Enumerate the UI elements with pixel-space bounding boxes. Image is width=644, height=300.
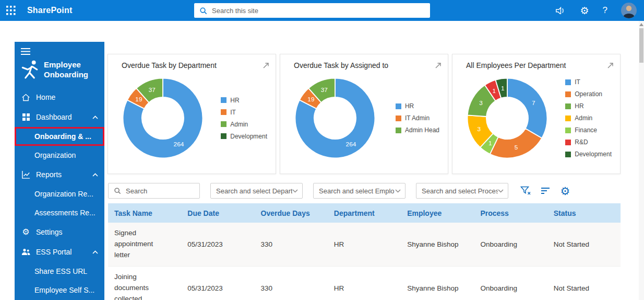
column-header-department[interactable]: Department	[328, 209, 401, 217]
donut-chart: 2641937	[115, 71, 210, 166]
legend-item-it[interactable]: IT	[565, 78, 612, 86]
cell-overdue-days: 330	[255, 279, 328, 297]
chart-card-overdue-by-department: Overdue Task by Department 2641937 HRITA…	[108, 54, 276, 174]
legend-swatch-icon	[565, 79, 571, 85]
chevron-down-icon	[498, 189, 504, 193]
legend-label: IT Admin	[405, 114, 430, 122]
employee-filter-dropdown[interactable]: Search and select Emplo	[313, 183, 406, 199]
cell-due-date: 05/31/2023	[181, 279, 254, 297]
column-header-employee[interactable]: Employee	[401, 209, 474, 217]
sidebar-item-home[interactable]: Home	[15, 87, 104, 107]
sidebar-item-share-ess-url[interactable]: Share ESS URL	[15, 262, 104, 281]
sidebar-item-organization[interactable]: Organization	[15, 146, 104, 165]
legend-label: IT	[230, 109, 236, 116]
site-search-input[interactable]	[212, 7, 425, 15]
legend-label: Finance	[575, 126, 597, 134]
legend-item-it[interactable]: IT	[221, 109, 267, 116]
sidebar-item-onboarding[interactable]: Onboarding & ...	[15, 127, 104, 146]
legend-item-finance[interactable]: Finance	[565, 126, 612, 134]
sidebar-item-assessments-report[interactable]: Assessments Re...	[15, 203, 104, 222]
legend-label: Admin	[230, 121, 248, 128]
user-avatar[interactable]	[621, 3, 637, 18]
app-logo[interactable]: Employee Onboarding	[15, 55, 104, 81]
table-toolbar: Search and select Depart Search and sele…	[108, 183, 621, 199]
table-header-row: Task Name Due Date Overdue Days Departme…	[108, 203, 621, 223]
page-scrollbar[interactable]	[639, 21, 644, 300]
legend-label: Development	[230, 133, 267, 140]
legend-label: HR	[575, 102, 583, 110]
sidebar-item-label: ESS Portal	[36, 248, 71, 256]
expand-icon[interactable]	[435, 61, 442, 69]
legend-item-r-d[interactable]: R&D	[565, 139, 612, 146]
sharepoint-brand[interactable]: SharePoint	[27, 6, 72, 15]
donut-value-label: 264	[346, 141, 356, 148]
legend-item-operation[interactable]: Operation	[565, 90, 612, 98]
legend-item-development[interactable]: Development	[221, 133, 267, 140]
column-header-due-date[interactable]: Due Date	[181, 209, 254, 217]
app-launcher-button[interactable]	[0, 0, 22, 21]
sidebar-item-label: Organization Re...	[34, 190, 93, 198]
sidebar-item-settings[interactable]: ⚙ Settings	[15, 222, 104, 242]
sidebar-item-label: Employee Self S...	[34, 286, 94, 294]
table-search-box[interactable]	[108, 183, 200, 199]
chart-cards-row: Overdue Task by Department 2641937 HRITA…	[108, 54, 621, 174]
expand-icon[interactable]	[607, 61, 614, 69]
department-filter-dropdown[interactable]: Search and select Depart	[210, 183, 303, 199]
legend-item-admin[interactable]: Admin	[221, 121, 267, 128]
sidebar-item-employee-self-service[interactable]: Employee Self S...	[15, 281, 104, 299]
sidebar-item-ess-portal[interactable]: ESS Portal	[15, 242, 104, 262]
sidebar-item-organization-report[interactable]: Organization Re...	[15, 184, 104, 203]
table-row[interactable]: Signed appointment letter 05/31/2023 330…	[108, 223, 621, 267]
site-search-box[interactable]	[194, 3, 430, 18]
sidebar-menu: Home Dashboard Onboarding & ... Organiza…	[15, 87, 104, 299]
column-header-status[interactable]: Status	[547, 209, 621, 217]
hamburger-icon	[21, 48, 30, 55]
clear-filter-button[interactable]	[518, 183, 533, 199]
column-header-overdue-days[interactable]: Overdue Days	[255, 209, 328, 217]
column-header-task-name[interactable]: Task Name	[108, 209, 181, 217]
legend-label: Admin	[575, 114, 592, 122]
process-filter-dropdown[interactable]: Search and select Proces	[416, 183, 508, 199]
sidebar-item-label: Organization	[34, 151, 76, 159]
cell-due-date: 05/31/2023	[181, 235, 254, 253]
sidebar-item-label: Home	[36, 93, 55, 101]
settings-button[interactable]: ⚙	[580, 6, 589, 16]
table-row[interactable]: Joining documents collected 05/31/2023 3…	[108, 267, 621, 300]
app-title: Employee Onboarding	[44, 60, 88, 80]
legend-swatch-icon	[221, 133, 226, 139]
scrollbar-up-arrow[interactable]	[639, 23, 643, 26]
legend-item-development[interactable]: Development	[565, 151, 612, 158]
help-button[interactable]: ?	[603, 5, 607, 16]
legend-label: IT	[575, 78, 580, 86]
column-header-process[interactable]: Process	[474, 209, 547, 217]
scrollbar-thumb[interactable]	[639, 28, 643, 63]
chart-title: All Employees Per Department	[466, 61, 566, 70]
legend-item-admin-head[interactable]: Admin Head	[396, 126, 439, 134]
legend-item-hr[interactable]: HR	[221, 97, 267, 104]
donut-value-label: 3	[477, 125, 481, 133]
legend-item-hr[interactable]: HR	[396, 102, 439, 110]
sidebar-item-reports[interactable]: Reports	[15, 165, 104, 184]
legend-item-admin[interactable]: Admin	[565, 114, 612, 122]
legend-swatch-icon	[565, 116, 571, 121]
legend-item-hr[interactable]: HR	[565, 102, 612, 110]
sidebar-item-label: Settings	[36, 228, 63, 236]
search-icon	[114, 187, 121, 194]
legend-label: HR	[230, 97, 239, 104]
donut-value-label: 5	[515, 144, 518, 151]
sidebar-item-label: Share ESS URL	[34, 267, 87, 275]
expand-icon[interactable]	[263, 61, 269, 69]
table-search-input[interactable]	[126, 187, 194, 195]
legend-label: Development	[575, 151, 612, 158]
announcement-button[interactable]	[555, 5, 566, 16]
table-settings-button[interactable]: ⚙	[557, 183, 573, 199]
donut-value-label: 19	[307, 96, 315, 103]
donut-chart: 7513311	[460, 71, 555, 166]
legend-swatch-icon	[396, 128, 401, 133]
sidebar-item-dashboard[interactable]: Dashboard	[15, 107, 104, 127]
cell-process: Onboarding	[474, 235, 547, 253]
sort-button[interactable]	[538, 183, 553, 199]
menu-toggle-button[interactable]	[15, 46, 35, 55]
sidebar-item-label: Onboarding & ...	[34, 132, 91, 141]
legend-item-it-admin[interactable]: IT Admin	[396, 114, 439, 122]
